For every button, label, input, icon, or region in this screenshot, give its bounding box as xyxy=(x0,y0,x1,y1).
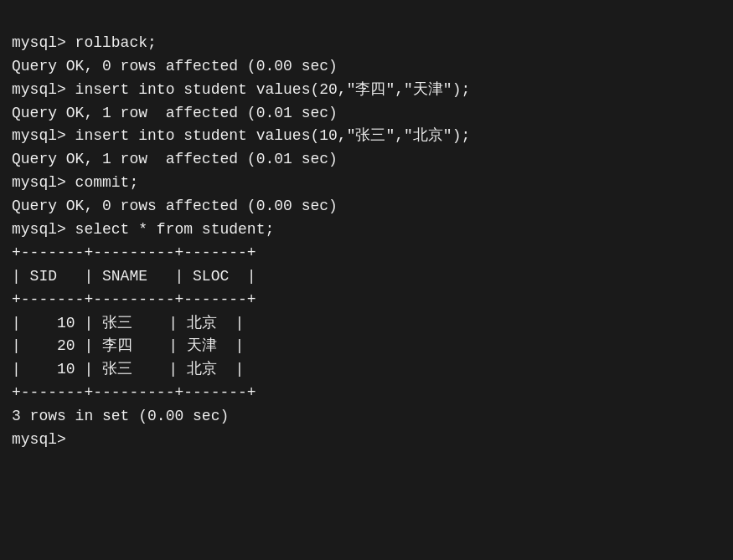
terminal-line-23: mysql> xyxy=(12,429,721,452)
terminal-line-16: +-------+---------+-------+ xyxy=(12,289,721,312)
terminal-line-14: +-------+---------+-------+ xyxy=(12,242,721,265)
terminal-line-8: Query OK, 1 row affected (0.01 sec) xyxy=(12,148,721,172)
terminal-line-18: | 20 | 李四 | 天津 | xyxy=(12,335,721,358)
terminal-line-2: Query OK, 0 rows affected (0.00 sec) xyxy=(12,55,721,79)
terminal-line-21: 3 rows in set (0.00 sec) xyxy=(12,405,721,429)
terminal-line-7: mysql> insert into student values(10,"张三… xyxy=(12,125,721,148)
terminal-line-17: | 10 | 张三 | 北京 | xyxy=(12,312,721,336)
terminal-line-5: Query OK, 1 row affected (0.01 sec) xyxy=(12,102,721,126)
terminal-line-1: mysql> rollback; xyxy=(12,32,721,55)
terminal-line-11: Query OK, 0 rows affected (0.00 sec) xyxy=(12,195,721,218)
terminal-output: mysql> rollback;Query OK, 0 rows affecte… xyxy=(12,8,721,552)
terminal-line-4: mysql> insert into student values(20,"李四… xyxy=(12,79,721,102)
terminal-line-13: mysql> select * from student; xyxy=(12,218,721,242)
terminal-line-20: +-------+---------+-------+ xyxy=(12,382,721,405)
terminal-line-19: | 10 | 张三 | 北京 | xyxy=(12,358,721,382)
terminal-line-10: mysql> commit; xyxy=(12,172,721,195)
terminal-line-15: | SID | SNAME | SLOC | xyxy=(12,265,721,289)
